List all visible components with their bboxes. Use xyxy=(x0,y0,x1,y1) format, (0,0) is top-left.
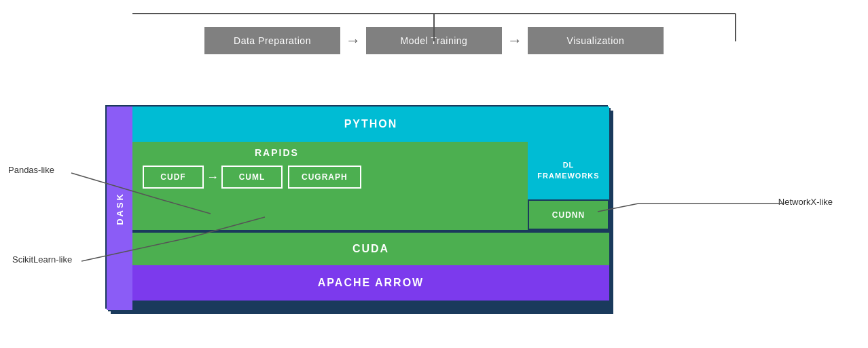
cuml-label: CUML xyxy=(239,172,266,182)
pipeline-arrow-1: → xyxy=(346,33,361,48)
cudf-cuml-arrow: → xyxy=(206,166,219,189)
pipeline-label-data-prep: Data Preparation xyxy=(234,35,311,46)
pipeline-box-data-prep: Data Preparation xyxy=(204,27,340,54)
python-row: PYTHON xyxy=(132,107,609,142)
main-diagram-box: DASK PYTHON RAPIDS CUDF → CUML xyxy=(105,105,608,309)
pipeline-label-visualization: Visualization xyxy=(567,35,625,46)
cudf-box: CUDF xyxy=(143,166,204,189)
pipeline-label-model-training: Model Training xyxy=(401,35,468,46)
dl-frameworks-label: DLFRAMEWORKS xyxy=(537,160,599,181)
python-label: PYTHON xyxy=(344,118,398,130)
cugraph-box: CUGRAPH xyxy=(288,166,361,189)
annotation-pandas-label: Pandas-like xyxy=(8,165,54,175)
annotation-pandas: Pandas-like xyxy=(8,165,54,175)
cuml-box: CUML xyxy=(221,166,283,189)
dask-label: DASK xyxy=(115,192,125,225)
rapids-section: RAPIDS CUDF → CUML CUGRAPH DLFR xyxy=(132,142,609,230)
dl-frameworks-box: DLFRAMEWORKS xyxy=(528,142,609,199)
cuda-separator xyxy=(132,230,609,233)
annotation-networkx-label: NetworkX-like xyxy=(778,197,833,207)
rapids-label: RAPIDS xyxy=(255,147,299,158)
cudnn-label: CUDNN xyxy=(552,210,585,220)
inner-boxes: CUDF → CUML CUGRAPH xyxy=(143,166,361,189)
diagram-container: DASK PYTHON RAPIDS CUDF → CUML xyxy=(105,105,621,329)
pipeline-box-visualization: Visualization xyxy=(528,27,664,54)
apache-arrow-row: APACHE ARROW xyxy=(132,265,609,301)
dask-bar: DASK xyxy=(107,107,132,310)
content-area: PYTHON RAPIDS CUDF → CUML CUGRAPH xyxy=(132,107,609,310)
cudnn-box: CUDNN xyxy=(528,199,609,230)
annotation-scikitlearn-label: ScikitLearn-like xyxy=(12,254,72,265)
annotation-scikitlearn: ScikitLearn-like xyxy=(12,254,72,265)
pipeline-container: Data Preparation → Model Training → Visu… xyxy=(128,27,740,54)
cuda-row: CUDA xyxy=(132,230,609,265)
pipeline-arrow-2: → xyxy=(507,33,522,48)
pipeline-box-model-training: Model Training xyxy=(366,27,502,54)
cudf-label: CUDF xyxy=(160,172,185,182)
cugraph-label: CUGRAPH xyxy=(302,172,348,182)
annotation-networkx: NetworkX-like xyxy=(778,197,833,207)
cuda-label: CUDA xyxy=(352,243,389,255)
pipeline-row: Data Preparation → Model Training → Visu… xyxy=(128,27,740,54)
apache-label: APACHE ARROW xyxy=(318,277,424,289)
